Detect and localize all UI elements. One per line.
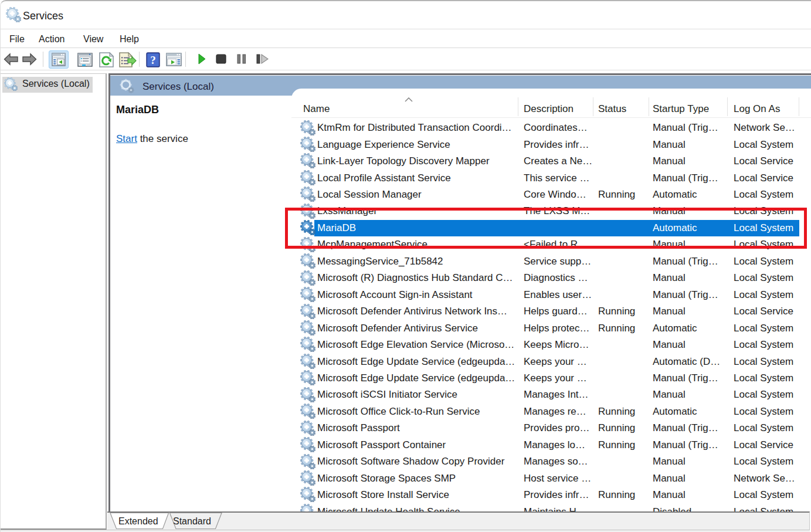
svg-text:?: ? (150, 54, 156, 66)
